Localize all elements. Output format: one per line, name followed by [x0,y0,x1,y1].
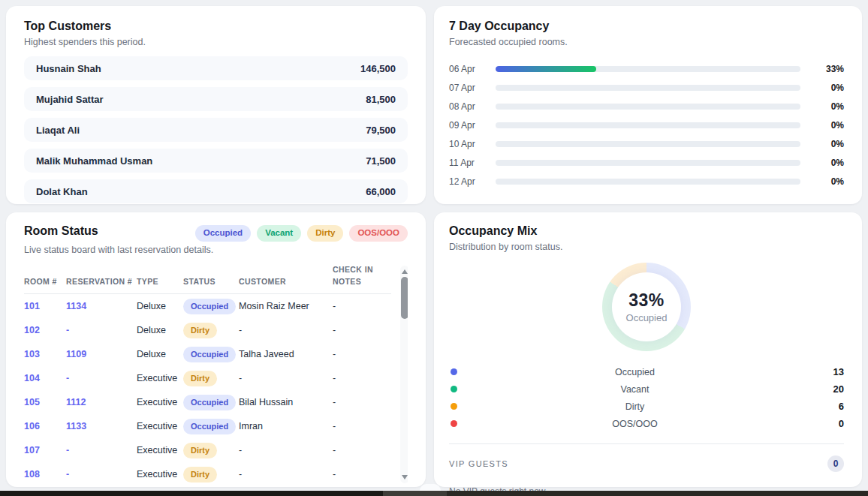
reservation-number[interactable]: 1112 [66,397,137,407]
mix-legend-row: OOS/OOO0 [449,415,844,432]
legend-label: Occupied [457,367,812,377]
occupancy-percent: 0% [808,158,844,168]
room-type: Deluxe [137,325,183,335]
room-status-subtitle: Live status board with last reservation … [24,245,408,255]
notes-cell: - [333,397,391,407]
customer-cell: Talha Javeed [239,349,333,359]
table-row[interactable]: 1061133ExecutiveOccupiedImran- [24,414,391,438]
reservation-number[interactable]: - [66,325,137,335]
occupancy-date: 09 Apr [449,120,488,131]
room-type: Deluxe [137,301,183,311]
reservation-number[interactable]: 1134 [66,301,137,311]
occupancy-bar-track [496,85,800,91]
table-row[interactable]: 107-ExecutiveDirty-- [24,438,391,462]
room-number[interactable]: 104 [24,373,66,383]
room-number[interactable]: 103 [24,349,66,359]
vip-count-badge: 0 [827,455,844,472]
reservation-number[interactable]: - [66,445,137,455]
customer-row[interactable]: Malik Muhammad Usman71,500 [24,149,408,173]
table-row[interactable]: 102-DeluxeDirty-- [24,318,391,342]
customer-row[interactable]: Dolat Khan66,000 [24,179,408,203]
donut-center: 33% Occupied [612,272,681,341]
status-cell: Occupied [183,299,239,314]
customer-cell: - [239,325,333,335]
room-type: Executive [137,469,183,479]
room-number[interactable]: 102 [24,325,66,335]
seven-day-occupancy-title: 7 Day Occupancy [449,19,844,34]
status-badge: Occupied [183,419,236,434]
scrollbar-up-icon[interactable] [402,269,408,274]
room-number[interactable]: 106 [24,421,66,431]
legend-value: 6 [812,401,844,412]
occupancy-bar-track [496,104,800,110]
scrollbar-down-icon[interactable] [402,475,408,479]
top-customers-panel: Top Customers Highest spenders this peri… [6,6,426,204]
status-cell: Dirty [183,443,239,458]
legend-badge-occupied: Occupied [195,225,251,242]
status-badge: Dirty [183,467,217,482]
customer-name: Liaqat Ali [36,125,80,136]
occupancy-bar-track [496,160,800,166]
reservation-number[interactable]: - [66,469,137,479]
room-type: Executive [137,445,183,455]
customer-name: Dolat Khan [36,186,88,197]
reservation-number[interactable]: 1109 [66,349,137,359]
room-number[interactable]: 105 [24,397,66,407]
room-type: Executive [137,373,183,383]
status-badge: Dirty [183,371,217,386]
status-cell: Dirty [183,371,239,386]
room-type: Executive [137,421,183,431]
legend-badge-vacant: Vacant [257,225,301,242]
status-cell: Occupied [183,347,239,362]
occupancy-donut-chart: 33% Occupied [602,263,691,351]
room-number[interactable]: 101 [24,301,66,311]
notes-cell: - [333,421,391,431]
donut-percent: 33% [628,290,665,311]
mix-legend-row: Vacant20 [449,380,844,398]
table-row[interactable]: 108-ExecutiveDirty-- [24,462,391,486]
status-badge: Dirty [183,443,217,458]
occupancy-bar-track [496,122,800,128]
notes-cell: - [333,445,391,455]
occupancy-bar-track [496,66,800,72]
room-type: Deluxe [137,349,183,359]
legend-badge-dirty: Dirty [307,225,343,242]
vip-guests-label: VIP GUESTS [449,459,508,468]
status-badge: Dirty [183,323,217,338]
reservation-number[interactable]: 1133 [66,421,137,431]
reservation-number[interactable]: - [66,373,137,383]
seven-day-occupancy-panel: 7 Day Occupancy Forecasted occupied room… [434,6,862,204]
occupancy-bar-fill [496,66,596,72]
room-number[interactable]: 107 [24,445,66,455]
notes-cell: - [333,349,391,359]
divider [449,443,844,444]
table-scrollbar[interactable] [400,266,408,483]
room-number[interactable]: 108 [24,469,66,479]
table-row[interactable]: 104-ExecutiveDirty-- [24,366,391,390]
table-row[interactable]: 1011134DeluxeOccupiedMosin Raiz Meer- [24,294,391,318]
top-customers-title: Top Customers [24,19,408,34]
customer-row[interactable]: Liaqat Ali79,500 [24,118,408,142]
customer-row[interactable]: Husnain Shah146,500 [24,56,408,80]
room-status-panel: Room Status OccupiedVacantDirtyOOS/OOO L… [6,212,426,487]
occupancy-date: 08 Apr [449,101,488,112]
table-body: 1011134DeluxeOccupiedMosin Raiz Meer-102… [24,294,391,486]
customer-row[interactable]: Mujahid Sattar81,500 [24,87,408,111]
column-header: Reservation # [66,276,137,288]
occupancy-date: 07 Apr [449,83,488,93]
customer-name: Husnain Shah [36,63,101,74]
room-status-table: Room #Reservation #TypeStatusCustomerChe… [24,264,408,491]
occupancy-row: 10 Apr0% [449,134,844,153]
status-cell: Dirty [183,467,239,482]
occupancy-percent: 0% [808,139,844,149]
notes-cell: - [333,325,391,335]
scrollbar-thumb[interactable] [401,277,408,319]
top-customers-subtitle: Highest spenders this period. [24,37,408,47]
legend-label: OOS/OOO [457,419,812,429]
occupancy-forecast-list: 06 Apr33%07 Apr0%08 Apr0%09 Apr0%10 Apr0… [449,59,844,191]
legend-dot [451,386,457,392]
table-row[interactable]: 1031109DeluxeOccupiedTalha Javeed- [24,342,391,366]
table-row[interactable]: 1051112ExecutiveOccupiedBilal Hussain- [24,390,391,414]
mix-legend-row: Dirty6 [449,398,844,415]
taskbar-segment [0,491,383,496]
